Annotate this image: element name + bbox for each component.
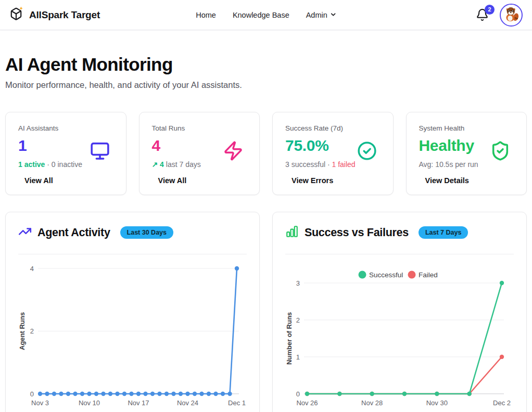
svg-text:Dec 1: Dec 1 — [228, 399, 246, 407]
divider — [18, 254, 247, 254]
main-nav: Home Knowledge Base Admin — [196, 11, 336, 19]
svg-text:1: 1 — [296, 353, 300, 361]
bell-icon — [476, 14, 489, 23]
stat-sub-trend: ↗ 4 — [152, 160, 164, 169]
stat-sub-active: 1 active — [18, 160, 45, 169]
stat-label: System Health — [419, 124, 514, 132]
nav-link-home[interactable]: Home — [196, 11, 216, 19]
chart-title: Agent Activity — [37, 226, 110, 239]
svg-text:Nov 28: Nov 28 — [361, 399, 383, 407]
svg-text:2: 2 — [30, 327, 34, 335]
svg-text:Failed: Failed — [419, 271, 438, 279]
shield-check-icon — [490, 140, 511, 161]
stat-card-system-health: System Health Healthy Avg: 10.5s per run… — [406, 112, 527, 195]
svg-text:2: 2 — [296, 316, 300, 324]
top-navbar: AllSpark Target Home Knowledge Base Admi… — [0, 0, 532, 30]
view-all-assistants-link[interactable]: View All — [24, 176, 53, 185]
stat-card-success-rate: Success Rate (7d) 75.0% 3 successful · 1… — [272, 112, 394, 195]
svg-text:Nov 17: Nov 17 — [128, 399, 149, 407]
nav-link-knowledge-base[interactable]: Knowledge Base — [233, 11, 289, 19]
stat-subtext: Avg: 10.5s per run — [419, 160, 514, 169]
zap-icon — [223, 140, 244, 161]
svg-text:Nov 24: Nov 24 — [177, 399, 198, 407]
brand-name: AllSpark Target — [29, 9, 100, 21]
chevron-down-icon — [330, 11, 336, 19]
svg-text:0: 0 — [30, 390, 34, 398]
stat-sub-inactive: · 0 inactive — [45, 160, 82, 169]
stat-label: AI Assistants — [18, 124, 113, 132]
svg-text:4: 4 — [30, 265, 34, 273]
page-subtitle: Monitor performance, health, and activit… — [5, 80, 527, 90]
bar-chart-icon — [285, 225, 299, 240]
chart-header: Success vs Failures Last 7 Days — [285, 225, 514, 240]
stat-sub-failed: 1 failed — [332, 160, 355, 169]
stat-subtext: 3 successful · 1 failed — [285, 160, 381, 169]
stat-subtext: ↗ 4 last 7 days — [152, 160, 247, 169]
nav-link-admin[interactable]: Admin — [306, 11, 336, 19]
divider — [285, 254, 514, 254]
view-details-link[interactable]: View Details — [425, 176, 469, 185]
svg-text:Nov 10: Nov 10 — [79, 399, 100, 407]
success-vs-failures-card: Success vs Failures Last 7 Days 0123Numb… — [272, 212, 527, 412]
monitor-icon — [90, 140, 110, 161]
agent-activity-card: Agent Activity Last 30 Days 024Agent Run… — [5, 212, 260, 412]
chart-title: Success vs Failures — [305, 226, 409, 239]
chart-header: Agent Activity Last 30 Days — [18, 225, 247, 240]
stat-label: Total Runs — [152, 124, 247, 132]
time-range-badge: Last 7 Days — [419, 226, 468, 239]
svg-text:Number of Runs: Number of Runs — [285, 312, 293, 365]
stat-sub-avg: Avg: 10.5s per run — [419, 160, 478, 169]
nav-actions: 2 — [476, 4, 524, 27]
brand[interactable]: AllSpark Target — [8, 6, 100, 24]
stat-sub-period: last 7 days — [164, 160, 201, 169]
trending-up-icon — [18, 225, 32, 240]
stat-subtext: 1 active · 0 inactive — [18, 160, 113, 169]
view-all-runs-link[interactable]: View All — [158, 176, 187, 185]
view-errors-link[interactable]: View Errors — [292, 176, 333, 185]
check-circle-icon — [357, 140, 377, 161]
charts-grid: Agent Activity Last 30 Days 024Agent Run… — [5, 212, 527, 412]
avatar[interactable] — [500, 4, 523, 27]
stat-card-ai-assistants: AI Assistants 1 1 active · 0 inactive Vi… — [5, 112, 126, 195]
agent-activity-chart[interactable]: 024Agent RunsNov 3Nov 10Nov 17Nov 24Dec … — [18, 259, 247, 412]
svg-text:Nov 26: Nov 26 — [296, 399, 318, 407]
stats-grid: AI Assistants 1 1 active · 0 inactive Vi… — [5, 112, 527, 195]
svg-text:Agent Runs: Agent Runs — [18, 312, 26, 350]
svg-text:Nov 3: Nov 3 — [31, 399, 49, 407]
stat-label: Success Rate (7d) — [285, 124, 381, 132]
raccoon-avatar-image — [501, 4, 521, 26]
notifications-button[interactable]: 2 — [476, 8, 489, 22]
success-vs-failures-chart[interactable]: 0123Number of RunsNov 26Nov 28Nov 30Dec … — [285, 259, 514, 412]
page-title: AI Agent Monitoring — [5, 54, 527, 75]
stat-card-total-runs: Total Runs 4 ↗ 4 last 7 days View All — [139, 112, 260, 195]
svg-text:0: 0 — [296, 390, 300, 398]
svg-text:Nov 30: Nov 30 — [426, 399, 448, 407]
time-range-badge: Last 30 Days — [120, 226, 173, 239]
stat-sub-successful: 3 successful · — [285, 160, 332, 169]
svg-text:3: 3 — [296, 279, 300, 287]
main-content: AI Agent Monitoring Monitor performance,… — [0, 54, 532, 412]
notification-count-badge: 2 — [485, 5, 495, 15]
svg-text:Successful: Successful — [369, 271, 403, 279]
svg-text:Dec 2: Dec 2 — [493, 399, 511, 407]
box-logo-icon — [8, 6, 24, 24]
